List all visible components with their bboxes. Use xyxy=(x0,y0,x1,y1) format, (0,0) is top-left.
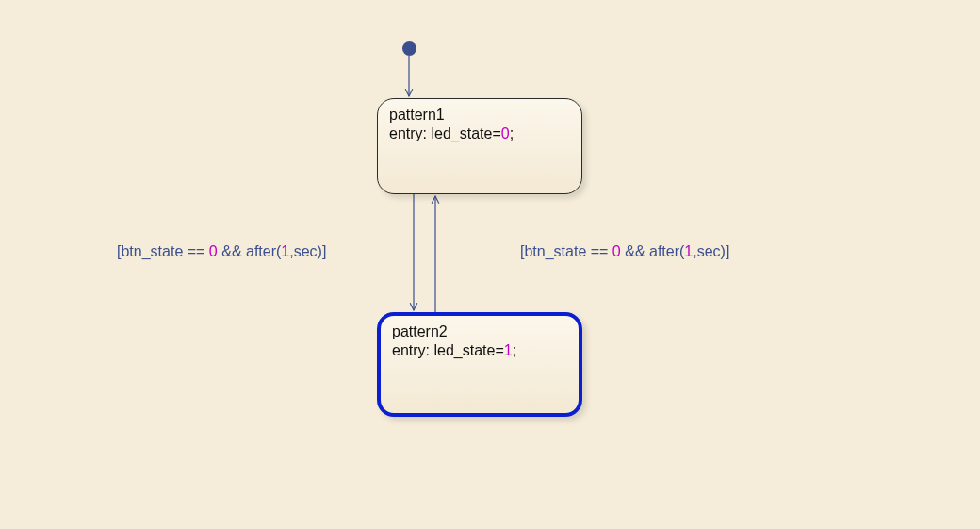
entry-prefix: entry: led_state= xyxy=(389,125,501,141)
state-pattern2[interactable]: pattern2 entry: led_state=1; xyxy=(377,312,582,417)
guard-close: )] xyxy=(318,243,327,259)
guard-text: [btn_state == xyxy=(117,243,209,259)
entry-suffix: ; xyxy=(510,125,514,141)
guard-left[interactable]: [btn_state == 0 && after(1,sec)] xyxy=(117,243,326,260)
guard-zero: 0 xyxy=(209,243,218,259)
guard-after: after xyxy=(246,243,276,259)
state-pattern2-entry: entry: led_state=1; xyxy=(392,342,567,359)
guard-after: after xyxy=(649,243,679,259)
guard-one: 1 xyxy=(684,243,693,259)
state-pattern1-name: pattern1 xyxy=(389,107,570,124)
state-pattern2-name: pattern2 xyxy=(392,323,567,340)
guard-sec: sec xyxy=(294,243,318,259)
guard-one: 1 xyxy=(281,243,289,259)
guard-and: && xyxy=(218,243,246,259)
guard-and: && xyxy=(621,243,649,259)
entry-value: 1 xyxy=(504,342,513,358)
entry-prefix: entry: led_state= xyxy=(392,342,504,358)
state-pattern1-entry: entry: led_state=0; xyxy=(389,125,570,142)
guard-right[interactable]: [btn_state == 0 && after(1,sec)] xyxy=(520,243,729,260)
transition-wires xyxy=(0,0,980,529)
initial-state-dot[interactable] xyxy=(402,41,416,56)
guard-sec: sec xyxy=(697,243,721,259)
guard-text: [btn_state == xyxy=(520,243,612,259)
entry-value: 0 xyxy=(501,125,510,141)
guard-close: )] xyxy=(721,243,730,259)
statechart-canvas: pattern1 entry: led_state=0; pattern2 en… xyxy=(0,0,980,529)
state-pattern1[interactable]: pattern1 entry: led_state=0; xyxy=(377,98,582,194)
guard-zero: 0 xyxy=(612,243,621,259)
entry-suffix: ; xyxy=(513,342,516,358)
